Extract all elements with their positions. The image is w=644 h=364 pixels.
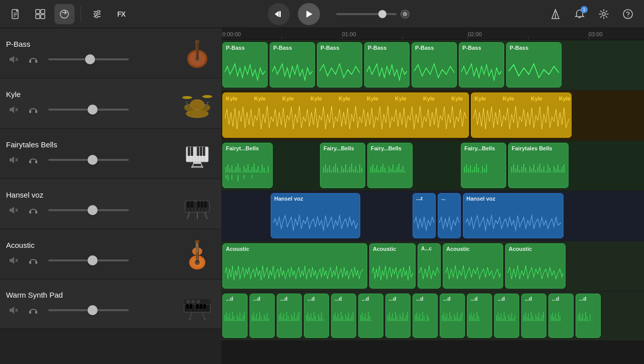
clip-kyle-lead[interactable]: Kyle Kyle Kyle Kyle Kyle Kyle Kyle Kyle … [222, 93, 469, 138]
mute-button-synth[interactable] [6, 303, 20, 317]
clip-acoustic-5[interactable]: Acoustic [505, 243, 566, 289]
clip-pbass-3[interactable]: P-Bass [317, 42, 362, 87]
svg-point-19 [403, 12, 408, 17]
clip-bells-3[interactable]: Fairy...Bells [367, 143, 413, 188]
headphones-button-hansel[interactable] [26, 203, 40, 217]
clip-hansel-2[interactable]: Hansel voz [463, 193, 564, 238]
loop-view-button[interactable] [54, 4, 74, 24]
clip-hansel-small-2[interactable]: ... [438, 193, 461, 238]
clip-bells-5[interactable]: Fairytales Bells [508, 143, 569, 188]
metronome-button[interactable] [545, 4, 566, 24]
track-row-synth: ...d [221, 292, 644, 341]
slider-knob-acoustic [88, 255, 98, 265]
clip-synth-10[interactable]: ...d [467, 294, 492, 338]
headphones-button-synth[interactable] [26, 303, 40, 317]
mute-button-pbass[interactable] [6, 52, 20, 66]
track-item-acoustic: Acoustic [0, 229, 221, 280]
settings-button[interactable] [594, 4, 614, 24]
clip-synth-5[interactable]: ...d [331, 294, 356, 338]
mute-button-acoustic[interactable] [6, 253, 20, 267]
svg-rect-124 [186, 304, 189, 309]
svg-rect-91 [204, 201, 207, 208]
toolbar: FX [0, 0, 644, 28]
clip-acoustic-1[interactable]: Acoustic [222, 243, 367, 289]
gap-bells-1 [274, 141, 319, 191]
add-track-button[interactable]: + [639, 28, 644, 40]
clip-pbass-2[interactable]: P-Bass [270, 42, 315, 87]
clip-hansel-1[interactable]: Hansel voz [271, 193, 360, 238]
clip-acoustic-2[interactable]: Acoustic [369, 243, 416, 289]
svg-rect-87 [187, 201, 190, 208]
clip-synth-14[interactable]: ...d [576, 294, 601, 338]
fx-button[interactable]: FX [111, 4, 131, 24]
track-row-hansel: Hansel voz ...z ... [221, 191, 644, 241]
clip-hansel-small-1[interactable]: ...z [413, 193, 436, 238]
play-button[interactable] [298, 3, 320, 25]
new-file-button[interactable] [6, 4, 26, 24]
headphones-button-acoustic[interactable] [26, 253, 40, 267]
grid-view-button[interactable] [30, 4, 50, 24]
volume-slider-kyle[interactable] [48, 109, 129, 111]
clip-synth-2[interactable]: ...d [250, 294, 275, 338]
volume-slider-acoustic[interactable] [48, 259, 129, 261]
clip-synth-8[interactable]: ...d [413, 294, 438, 338]
svg-rect-7 [41, 15, 45, 19]
clip-acoustic-3[interactable]: A...c [418, 243, 441, 289]
clip-synth-4[interactable]: ...d [304, 294, 329, 338]
clip-acoustic-4[interactable]: Acoustic [443, 243, 503, 289]
volume-slider-bells[interactable] [48, 159, 129, 161]
track-rows: P-Bass P-Bass P-Bass [221, 40, 644, 364]
notification-button[interactable]: 1 [570, 4, 590, 24]
svg-point-132 [197, 300, 200, 303]
clip-synth-6[interactable]: ...d [358, 294, 383, 338]
svg-rect-125 [190, 304, 192, 309]
headphones-button-pbass[interactable] [26, 52, 40, 66]
svg-rect-29 [29, 60, 31, 63]
clip-pbass-7[interactable]: P-Bass [506, 42, 561, 87]
clip-pbass-1[interactable]: P-Bass [222, 42, 268, 87]
mute-button-bells[interactable] [6, 153, 20, 167]
svg-rect-42 [29, 110, 31, 113]
clip-pbass-6[interactable]: P-Bass [459, 42, 504, 87]
track-name-pbass: P-Bass [6, 40, 179, 48]
track-row-acoustic: Acoustic Acoustic [221, 241, 644, 292]
clip-synth-7[interactable]: ...d [385, 294, 411, 338]
clip-synth-3[interactable]: ...d [277, 294, 302, 338]
clip-synth-11[interactable]: ...d [494, 294, 519, 338]
rewind-button[interactable] [268, 3, 290, 25]
svg-rect-69 [200, 147, 202, 156]
clip-pbass-5[interactable]: P-Bass [412, 42, 457, 87]
help-button[interactable] [618, 4, 638, 24]
eq-button[interactable] [87, 4, 107, 24]
headphones-button-kyle[interactable] [26, 103, 40, 117]
svg-point-131 [192, 300, 195, 303]
mute-button-kyle[interactable] [6, 103, 20, 117]
headphones-button-bells[interactable] [26, 153, 40, 167]
clip-synth-1[interactable]: ...d [222, 294, 248, 338]
svg-rect-43 [35, 110, 37, 113]
clip-bells-4[interactable]: Fairy...Bells [461, 143, 506, 188]
volume-slider-pbass[interactable] [48, 58, 129, 60]
toolbar-right: 1 [545, 4, 638, 24]
volume-slider-hansel[interactable] [48, 209, 129, 211]
clip-kyle-tail[interactable]: Kyle Kyle Kyle Kyle [471, 93, 572, 138]
track-name-synth: Warm Synth Pad [6, 291, 179, 299]
volume-knob[interactable] [378, 10, 386, 18]
track-thumb-synth [179, 286, 215, 322]
clip-bells-2[interactable]: Fairy...Bells [320, 143, 365, 188]
mute-button-hansel[interactable] [6, 203, 20, 217]
clip-synth-12[interactable]: ...d [521, 294, 546, 338]
clip-pbass-4[interactable]: P-Bass [364, 42, 410, 87]
clip-synth-9[interactable]: ...d [440, 294, 465, 338]
main-area: P-Bass [0, 28, 644, 364]
volume-slider-synth[interactable] [48, 309, 129, 311]
clip-synth-13[interactable]: ...d [548, 294, 574, 338]
volume-slider[interactable] [336, 13, 396, 15]
track-thumb-acoustic [179, 236, 215, 272]
svg-rect-127 [200, 304, 202, 309]
svg-marker-15 [275, 11, 279, 17]
clip-bells-1[interactable]: Fairyt...Bells [222, 143, 273, 188]
clips-kyle: Kyle Kyle Kyle Kyle Kyle Kyle Kyle Kyle … [221, 90, 573, 140]
svg-point-13 [98, 10, 100, 13]
gap-hansel-2 [361, 191, 412, 241]
